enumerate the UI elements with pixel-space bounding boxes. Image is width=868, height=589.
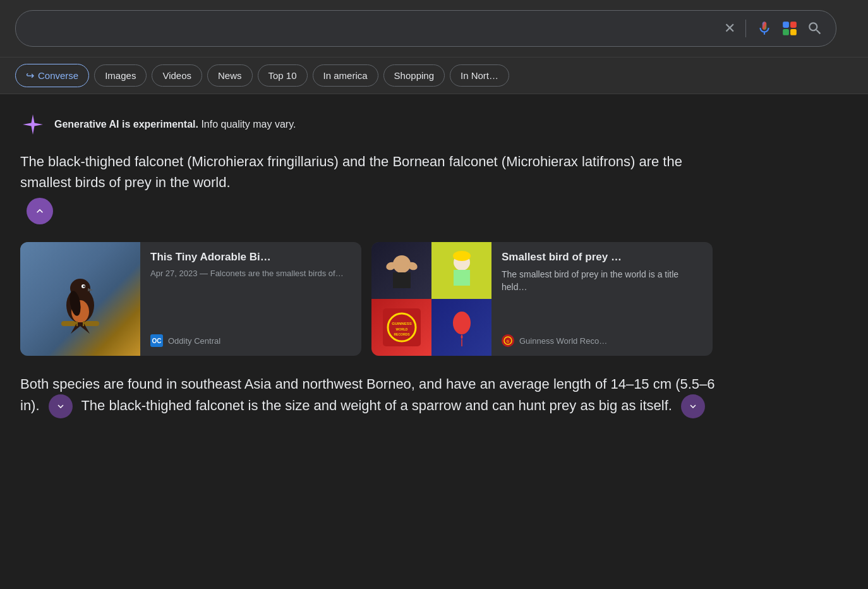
source-card-2-name: Guinness World Reco… bbox=[519, 336, 607, 346]
tabs-area: ↪ Converse Images Videos News Top 10 In … bbox=[0, 58, 868, 94]
tab-converse-label: Converse bbox=[38, 70, 78, 81]
source-card-2-title: Smallest bird of prey … bbox=[502, 251, 702, 264]
search-button[interactable] bbox=[807, 20, 823, 37]
source-card-1-image bbox=[20, 242, 140, 356]
tab-shopping-label: Shopping bbox=[394, 70, 434, 81]
source-card-2-footer: G Guinness World Reco… bbox=[502, 334, 702, 347]
tab-videos-label: Videos bbox=[162, 70, 191, 81]
source-card-2-body: Smallest bird of prey … The smallest bir… bbox=[491, 242, 713, 356]
ai-notice-normal: Info quality may vary. bbox=[201, 119, 296, 130]
svg-text:G: G bbox=[507, 339, 509, 343]
svg-rect-0 bbox=[783, 21, 789, 28]
ai-notice-bold: Generative AI is experimental. bbox=[54, 119, 198, 130]
source-card-2-image-grid: GUINNESS WORLD RECORDS bbox=[371, 242, 491, 356]
ai-sparkle-icon bbox=[20, 112, 45, 137]
source-card-1-body: This Tiny Adorable Bi… Apr 27, 2023 — Fa… bbox=[140, 242, 361, 356]
image-search-button[interactable] bbox=[781, 20, 798, 37]
svg-rect-2 bbox=[783, 29, 789, 35]
source-cards-container: This Tiny Adorable Bi… Apr 27, 2023 — Fa… bbox=[20, 242, 848, 356]
source-card-2-favicon: G bbox=[502, 334, 514, 347]
tab-news[interactable]: News bbox=[207, 64, 253, 87]
svg-text:GUINNESS: GUINNESS bbox=[392, 322, 411, 325]
tab-images[interactable]: Images bbox=[94, 64, 147, 87]
svg-text:WORLD: WORLD bbox=[395, 327, 407, 331]
search-icons-group bbox=[756, 20, 823, 37]
expand-inline-button-1[interactable] bbox=[49, 394, 73, 418]
source-card-1-favicon: OC bbox=[150, 334, 163, 347]
svg-rect-18 bbox=[454, 270, 470, 286]
grid-cell-topleft bbox=[371, 242, 431, 299]
svg-point-9 bbox=[83, 286, 85, 288]
svg-point-19 bbox=[453, 251, 471, 261]
grid-cell-topright bbox=[431, 242, 491, 299]
search-divider bbox=[745, 20, 746, 37]
svg-rect-3 bbox=[790, 29, 797, 35]
search-bar: tiniest birds of prey ✕ bbox=[15, 10, 836, 47]
source-card-2-snippet: The smallest bird of prey in the world i… bbox=[502, 269, 702, 293]
grid-cell-bottomright bbox=[431, 299, 491, 356]
collapse-answer-button[interactable] bbox=[27, 198, 53, 224]
answer-main-text: The black-thighed falconet (Microhierax … bbox=[20, 151, 715, 193]
tab-innort-label: In Nort… bbox=[461, 70, 498, 81]
tab-top10-label: Top 10 bbox=[268, 70, 297, 81]
source-card-1-name: Oddity Central bbox=[168, 336, 220, 346]
ai-notice-banner: Generative AI is experimental. Info qual… bbox=[20, 112, 848, 137]
tab-shopping[interactable]: Shopping bbox=[383, 64, 445, 87]
ai-notice-text: Generative AI is experimental. Info qual… bbox=[54, 119, 296, 130]
main-content: Generative AI is experimental. Info qual… bbox=[0, 94, 868, 436]
source-card-1[interactable]: This Tiny Adorable Bi… Apr 27, 2023 — Fa… bbox=[20, 242, 361, 356]
bottom-text-block: Both species are found in southeast Asia… bbox=[20, 373, 715, 418]
tab-videos[interactable]: Videos bbox=[152, 64, 202, 87]
converse-arrow-icon: ↪ bbox=[26, 70, 34, 82]
search-input[interactable]: tiniest birds of prey bbox=[28, 20, 724, 37]
answer-text-block: The black-thighed falconet (Microhierax … bbox=[20, 151, 715, 224]
expand-inline-button-2[interactable] bbox=[681, 394, 705, 418]
grid-cell-bottomleft: GUINNESS WORLD RECORDS bbox=[371, 299, 431, 356]
source-card-1-title: This Tiny Adorable Bi… bbox=[150, 251, 351, 264]
source-card-1-date: Apr 27, 2023 — Falconets are the smalles… bbox=[150, 269, 351, 278]
tab-top10[interactable]: Top 10 bbox=[258, 64, 308, 87]
voice-search-button[interactable] bbox=[756, 20, 773, 37]
svg-text:RECORDS: RECORDS bbox=[394, 332, 410, 336]
svg-point-25 bbox=[453, 312, 471, 334]
source-card-2[interactable]: GUINNESS WORLD RECORDS Smallest bir bbox=[371, 242, 713, 356]
tab-innort[interactable]: In Nort… bbox=[450, 64, 509, 87]
svg-rect-1 bbox=[790, 21, 797, 28]
svg-rect-14 bbox=[393, 272, 411, 288]
bottom-text-part2: The black-thighed falconet is the size a… bbox=[81, 398, 672, 413]
tab-news-label: News bbox=[218, 70, 242, 81]
source-card-1-footer: OC Oddity Central bbox=[150, 334, 351, 347]
tab-inamerica-label: In america bbox=[323, 70, 368, 81]
search-bar-area: tiniest birds of prey ✕ bbox=[0, 0, 868, 58]
tab-images-label: Images bbox=[105, 70, 136, 81]
clear-search-button[interactable]: ✕ bbox=[724, 20, 735, 37]
tab-converse[interactable]: ↪ Converse bbox=[15, 64, 89, 87]
tab-inamerica[interactable]: In america bbox=[313, 64, 378, 87]
